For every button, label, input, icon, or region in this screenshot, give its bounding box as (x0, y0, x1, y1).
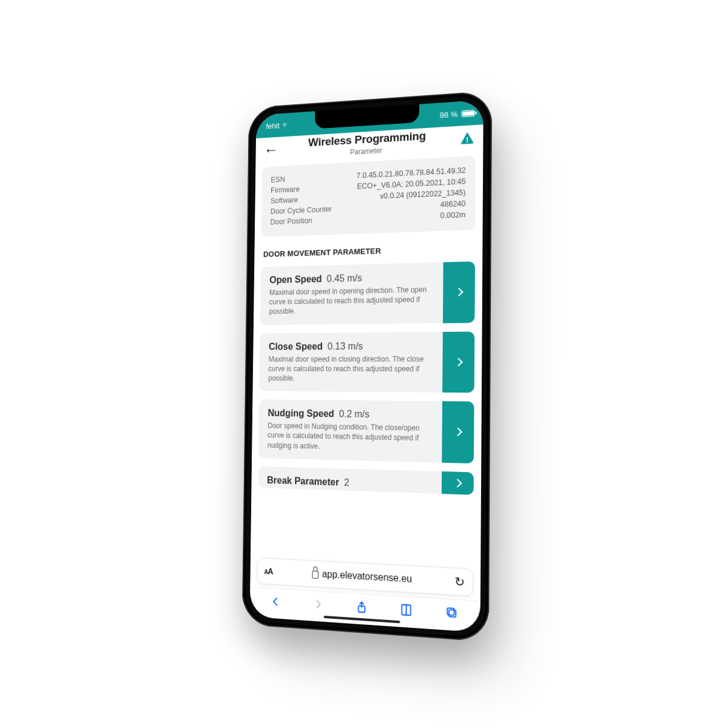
param-action-button[interactable] (442, 401, 474, 463)
svg-rect-3 (448, 608, 454, 615)
param-action-button[interactable] (442, 471, 474, 495)
lock-icon (312, 570, 319, 579)
battery-pct: 98 % (440, 109, 458, 120)
param-desc: Maximal door speed in closing direction.… (268, 354, 434, 383)
text-size-button[interactable]: AA (264, 566, 272, 576)
param-open-speed[interactable]: Open Speed 0.45 m/s Maximal door speed i… (260, 261, 475, 325)
warning-icon[interactable]: ! (460, 131, 474, 146)
param-action-button[interactable] (442, 331, 474, 393)
section-title: DOOR MOVEMENT PARAMETER (263, 243, 473, 258)
reload-button[interactable]: ↻ (454, 574, 465, 590)
screen: fehlt 98 % ← Wireless Programming Parame… (250, 100, 484, 633)
url-display[interactable]: app.elevatorsense.eu (273, 566, 455, 587)
param-action-button[interactable] (443, 261, 475, 323)
param-value: 2 (344, 477, 349, 487)
param-close-speed[interactable]: Close Speed 0.13 m/s Maximal door speed … (259, 331, 474, 393)
svg-rect-2 (449, 610, 456, 617)
param-value: 0.2 m/s (339, 409, 369, 420)
carrier-label: fehlt (266, 121, 280, 130)
param-name: Open Speed (269, 274, 322, 285)
wifi-icon (281, 120, 289, 130)
browser-back-button[interactable] (267, 592, 284, 611)
param-name: Nudging Speed (268, 408, 334, 419)
param-value: 0.45 m/s (326, 273, 362, 284)
content-scroll[interactable]: ESN7.0.45.0.21.80.78.78.84.51.49.32 Firm… (251, 152, 483, 563)
param-nudging-speed[interactable]: Nudging Speed 0.2 m/s Door speed in Nudg… (258, 400, 474, 463)
back-button[interactable]: ← (263, 141, 279, 157)
param-desc: Maximal door speed in opening direction.… (269, 285, 435, 317)
share-button[interactable] (352, 597, 370, 616)
param-name: Close Speed (269, 341, 323, 351)
bookmarks-button[interactable] (397, 600, 416, 620)
phone-frame: fehlt 98 % ← Wireless Programming Parame… (242, 90, 492, 642)
device-info-card: ESN7.0.45.0.21.80.78.78.84.51.49.32 Firm… (261, 156, 476, 237)
tabs-button[interactable] (443, 602, 462, 622)
browser-forward-button[interactable] (309, 595, 327, 614)
param-desc: Door speed in Nudging condition. The clo… (268, 421, 434, 454)
param-name: Break Parameter (267, 475, 339, 488)
param-break-parameter[interactable]: Break Parameter 2 (258, 466, 474, 494)
chevron-right-icon (453, 479, 462, 488)
param-value: 0.13 m/s (328, 341, 363, 351)
battery-icon (461, 109, 474, 117)
chevron-right-icon (454, 288, 463, 297)
chevron-right-icon (454, 428, 462, 437)
chevron-right-icon (454, 358, 463, 366)
